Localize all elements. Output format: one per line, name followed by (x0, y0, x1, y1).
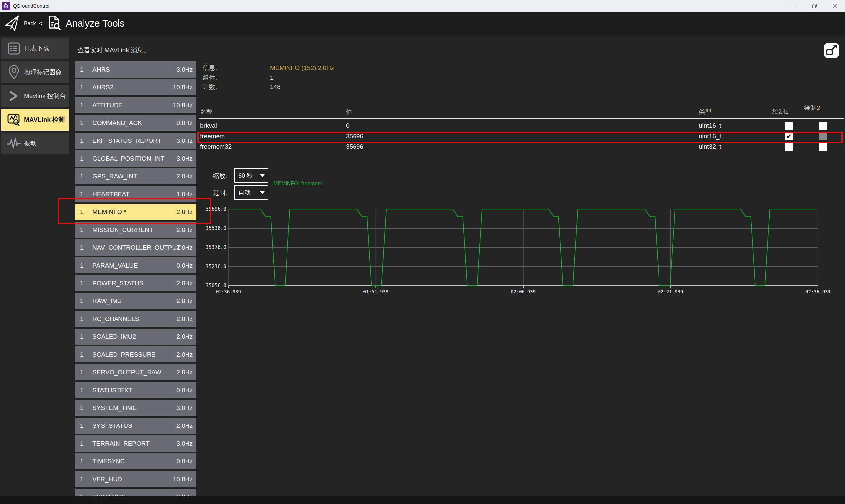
plot2-checkbox[interactable] (818, 132, 827, 140)
plot2-checkbox[interactable] (818, 122, 827, 130)
window-titlebar: QGroundControl (0, 0, 845, 12)
message-name: STATUSTEXT (92, 386, 133, 394)
message-item-AHRS2[interactable]: 1AHRS210.8Hz (75, 79, 196, 95)
qgroundcontrol-window: QGroundControl Back < (0, 0, 845, 504)
col-header-type: 类型 (699, 108, 711, 116)
window-controls (784, 0, 845, 12)
message-name: MISSION_CURRENT (92, 226, 153, 234)
message-item-SYS_STATUS[interactable]: 1SYS_STATUS2.0Hz (75, 418, 196, 434)
message-item-AHRS[interactable]: 1AHRS3.0Hz (75, 61, 196, 77)
message-item-POWER_STATUS[interactable]: 1POWER_STATUS2.0Hz (75, 275, 196, 291)
message-frequency: 3.0Hz (176, 155, 193, 162)
message-item-COMMAND_ACK[interactable]: 1COMMAND_ACK0.0Hz (75, 115, 196, 131)
message-item-SCALED_PRESSURE[interactable]: 1SCALED_PRESSURE2.0Hz (75, 346, 196, 362)
freemem-chart: 35696.035536.035376.035216.035056.001:36… (203, 205, 844, 304)
message-frequency: 2.0Hz (176, 173, 193, 180)
sidebar-item-label: 振动 (24, 139, 37, 148)
y-axis-label: 35216.0 (203, 264, 226, 269)
chevron-down-icon (260, 175, 265, 177)
message-name: AHRS (92, 66, 110, 73)
x-axis-label: 02:06.939 (504, 289, 543, 294)
message-name: GLOBAL_POSITION_INT (92, 155, 165, 162)
message-item-SYSTEM_TIME[interactable]: 1SYSTEM_TIME3.0Hz (75, 400, 196, 416)
message-name: ATTITUDE (92, 102, 122, 109)
detail-value: MEMINFO (152) 2.0Hz (270, 64, 334, 71)
message-component-id: 1 (80, 440, 85, 447)
restore-button-icon[interactable] (804, 0, 825, 12)
zoom-dropdown[interactable]: 60 秒 (234, 168, 268, 183)
qgc-app-icon (2, 2, 10, 10)
qgc-plane-icon[interactable] (4, 15, 19, 33)
bottom-strip (0, 497, 845, 504)
window-title: QGroundControl (13, 3, 49, 8)
table-header-divider (199, 119, 844, 119)
message-component-id: 1 (80, 315, 85, 323)
message-item-TERRAIN_REPORT[interactable]: 1TERRAIN_REPORT3.0Hz (75, 435, 196, 452)
sidebar-item-地理标记图像[interactable]: 地理标记图像 (1, 61, 69, 83)
message-item-MEMINFO[interactable]: 1MEMINFO *2.0Hz (75, 204, 196, 220)
x-axis-label: 02:36.939 (798, 289, 838, 294)
sidebar-item-日志下载[interactable]: 日志下载 (1, 38, 69, 59)
message-item-MISSION_CURRENT[interactable]: 1MISSION_CURRENT2.0Hz (75, 222, 196, 238)
field-name: brkval (200, 122, 217, 129)
range-dropdown[interactable]: 自动 (234, 185, 268, 200)
sidebar-item-Mavlink 控制台[interactable]: Mavlink 控制台 (1, 85, 69, 107)
field-value: 35696 (346, 143, 364, 150)
plot1-checkbox[interactable] (785, 143, 793, 151)
message-item-STATUSTEXT[interactable]: 1STATUSTEXT0.0Hz (75, 382, 196, 398)
inspector-subtitle: 查看实时 MAVLink 消息。 (77, 46, 149, 55)
analyze-toolbar: Back < Analyze Tools (0, 12, 845, 36)
message-name: SERVO_OUTPUT_RAW (92, 369, 161, 376)
message-item-GPS_RAW_INT[interactable]: 1GPS_RAW_INT2.0Hz (75, 168, 196, 184)
close-button-icon[interactable] (825, 0, 845, 12)
message-component-id: 1 (80, 262, 85, 269)
back-button[interactable]: Back (24, 21, 36, 27)
detail-label: 组件: (203, 74, 270, 82)
message-name: SCALED_PRESSURE (92, 351, 156, 358)
sidebar-item-振动[interactable]: 振动 (1, 132, 69, 155)
message-item-GLOBAL_POSITION_INT[interactable]: 1GLOBAL_POSITION_INT3.0Hz (75, 150, 196, 166)
message-frequency: 10.8Hz (173, 102, 193, 109)
message-name: COMMAND_ACK (92, 120, 142, 127)
message-name: EKF_STATUS_REPORT (92, 137, 161, 144)
field-type: uint16_t (699, 132, 721, 140)
log-download-icon (6, 41, 21, 56)
plot1-checkbox[interactable] (785, 132, 793, 140)
message-item-ATTITUDE[interactable]: 1ATTITUDE10.8Hz (75, 97, 196, 113)
message-item-SERVO_OUTPUT_RAW[interactable]: 1SERVO_OUTPUT_RAW2.0Hz (75, 364, 196, 380)
message-item-PARAM_VALUE[interactable]: 1PARAM_VALUE0.0Hz (75, 257, 196, 273)
mavlink-message-list: 1AHRS3.0Hz1AHRS210.8Hz1ATTITUDE10.8Hz1CO… (75, 61, 196, 504)
message-frequency: 3.0Hz (176, 440, 193, 447)
message-component-id: 1 (80, 155, 85, 162)
message-frequency: 2.0Hz (176, 226, 193, 234)
plot2-checkbox[interactable] (818, 143, 827, 151)
message-item-VFR_HUD[interactable]: 1VFR_HUD10.8Hz (75, 471, 196, 487)
minimize-button-icon[interactable] (784, 0, 804, 12)
y-axis-label: 35376.0 (203, 245, 226, 250)
message-component-id: 1 (80, 458, 85, 465)
range-dropdown-value: 自动 (238, 189, 260, 197)
message-item-RC_CHANNELS[interactable]: 1RC_CHANNELS2.0Hz (75, 311, 196, 327)
back-chevron-icon[interactable]: < (39, 20, 43, 28)
message-item-HEARTBEAT[interactable]: 1HEARTBEAT1.0Hz (75, 186, 196, 202)
sidebar-item-MAVLink 检测[interactable]: MAVLink 检测 (1, 109, 69, 131)
popout-expand-button[interactable] (824, 43, 839, 58)
message-frequency: 3.0Hz (176, 137, 193, 144)
message-item-RAW_IMU[interactable]: 1RAW_IMU2.0Hz (75, 293, 196, 309)
y-axis-label: 35696.0 (203, 206, 226, 212)
message-frequency: 10.8Hz (173, 84, 193, 91)
message-component-id: 1 (80, 173, 85, 180)
message-item-TIMESYNC[interactable]: 1TIMESYNC0.0Hz (75, 453, 196, 469)
message-item-SCALED_IMU2[interactable]: 1SCALED_IMU22.0Hz (75, 328, 196, 345)
message-component-id: 1 (80, 209, 85, 216)
plot1-checkbox[interactable] (785, 122, 793, 130)
message-item-NAV_CONTROLLER_OUTPUT[interactable]: 1NAV_CONTROLLER_OUTPUT2.0Hz (75, 239, 196, 256)
message-item-EKF_STATUS_REPORT[interactable]: 1EKF_STATUS_REPORT3.0Hz (75, 132, 196, 149)
message-component-id: 1 (80, 102, 85, 109)
x-axis-label: 01:51.939 (356, 289, 396, 294)
message-frequency: 0.0Hz (176, 458, 193, 465)
message-name: HEARTBEAT (92, 191, 129, 198)
sidebar-item-label: MAVLink 检测 (24, 115, 65, 124)
message-component-id: 1 (80, 386, 85, 394)
field-type: uint32_t (699, 143, 721, 150)
